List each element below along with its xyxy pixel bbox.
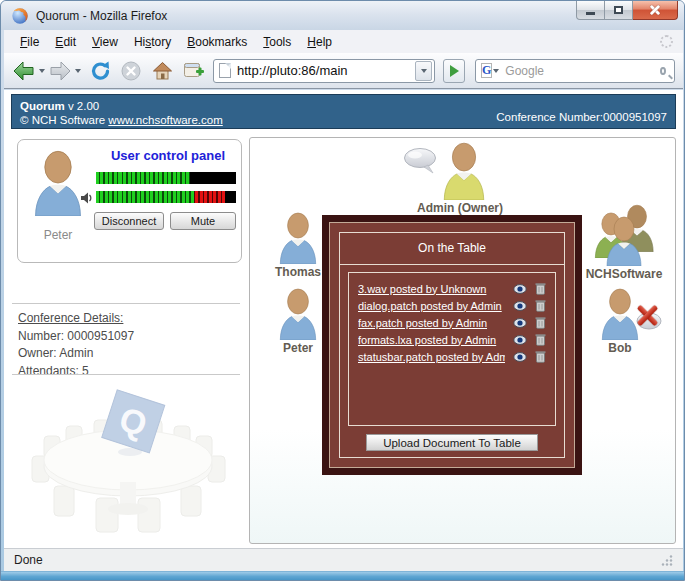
file-row: dialog.patch posted by Admin — [358, 297, 546, 314]
menu-item-help[interactable]: Help — [299, 32, 340, 52]
speaker-icon — [80, 192, 93, 204]
firefox-icon — [11, 7, 29, 25]
panel-title: User control panel — [88, 148, 248, 163]
new-tab-icon — [183, 61, 205, 81]
participant-avatar-admin — [440, 142, 488, 200]
file-link[interactable]: statusbar.patch posted by Admin — [358, 351, 505, 363]
forward-button[interactable] — [48, 60, 72, 82]
conference-details: Conference Details: Number: 0000951097 O… — [18, 310, 134, 380]
delete-icon[interactable] — [535, 316, 546, 329]
close-button[interactable] — [633, 1, 678, 20]
search-bar: G — [475, 59, 675, 83]
menu-item-tools[interactable]: Tools — [255, 32, 299, 52]
home-button[interactable] — [152, 61, 173, 81]
stop-icon — [120, 60, 142, 82]
go-button[interactable] — [443, 59, 465, 83]
forward-arrow-icon — [48, 60, 72, 82]
file-row: formats.lxa posted by Admin — [358, 331, 546, 348]
group-member-icon — [602, 216, 646, 266]
go-arrow-icon — [450, 65, 459, 77]
window-controls — [576, 1, 678, 20]
main-conference-area: Admin (Owner) Thomas Peter — [249, 137, 676, 544]
view-icon[interactable] — [513, 335, 527, 345]
maximize-button[interactable] — [605, 1, 633, 20]
status-bar: Done — [4, 548, 683, 571]
search-icon[interactable] — [660, 67, 666, 75]
back-arrow-icon — [12, 60, 36, 82]
file-list: 3.wav posted by Unknown dialog.patch pos… — [348, 272, 556, 426]
participant-avatar-peter — [276, 288, 320, 340]
website-link[interactable]: www.nchsoftware.com — [108, 114, 222, 126]
menu-bar: File Edit View History Bookmarks Tools H… — [4, 30, 683, 53]
navigation-toolbar: G — [4, 53, 683, 89]
new-tab-button[interactable] — [183, 61, 205, 81]
home-icon — [152, 61, 173, 81]
audio-meter-output — [96, 172, 236, 184]
back-button[interactable] — [12, 60, 36, 82]
table-inner-frame: On the Table 3.wav posted by Unknown dia… — [339, 232, 565, 458]
conference-table-graphic: Q — [26, 378, 231, 540]
participant-label-admin: Admin (Owner) — [390, 201, 530, 215]
menu-item-bookmarks[interactable]: Bookmarks — [179, 32, 255, 52]
resize-grip[interactable] — [661, 554, 673, 566]
address-input[interactable] — [237, 63, 415, 78]
view-icon[interactable] — [513, 318, 527, 328]
audio-meter-input — [96, 191, 236, 203]
mute-button[interactable]: Mute — [170, 212, 236, 230]
view-icon[interactable] — [513, 284, 527, 294]
file-link[interactable]: 3.wav posted by Unknown — [358, 283, 505, 295]
details-owner: Owner: Admin — [18, 345, 134, 363]
menu-item-edit[interactable]: Edit — [47, 32, 84, 52]
participant-label-bob: Bob — [584, 341, 656, 355]
window-frame-bottom — [1, 571, 685, 581]
title-bar[interactable]: Quorum - Mozilla Firefox — [1, 1, 685, 30]
delete-icon[interactable] — [535, 350, 546, 363]
participant-label-nchsoftware: NCHSoftware — [572, 267, 676, 281]
app-version: v 2.00 — [65, 100, 100, 112]
menu-item-view[interactable]: View — [84, 32, 126, 52]
search-engine-icon[interactable]: G — [481, 63, 492, 78]
reload-button[interactable] — [90, 60, 112, 82]
address-dropdown-button[interactable] — [415, 61, 432, 81]
file-link[interactable]: fax.patch posted by Admin — [358, 317, 505, 329]
conference-number: Conference Number:0000951097 — [496, 111, 667, 124]
forward-dropdown-icon[interactable] — [75, 69, 81, 73]
view-icon[interactable] — [513, 301, 527, 311]
minimize-icon — [586, 12, 595, 15]
reload-icon — [90, 60, 112, 82]
upload-document-button[interactable]: Upload Document To Table — [366, 434, 538, 451]
disconnect-button[interactable]: Disconnect — [94, 212, 164, 230]
file-link[interactable]: dialog.patch posted by Admin — [358, 300, 505, 312]
participant-avatar-thomas — [276, 212, 320, 264]
on-the-table-panel: On the Table 3.wav posted by Unknown dia… — [322, 215, 582, 475]
file-row: fax.patch posted by Admin — [358, 314, 546, 331]
page-header: Quorum v 2.00 © NCH Software www.nchsoft… — [11, 94, 676, 129]
participant-avatar-nchsoftware — [592, 204, 656, 264]
user-name: Peter — [22, 228, 94, 242]
user-control-panel: User control panel Disconnect Mute Peter — [17, 139, 242, 263]
delete-icon[interactable] — [535, 333, 546, 346]
user-avatar — [30, 150, 86, 216]
delete-icon[interactable] — [535, 299, 546, 312]
search-engine-dropdown-icon[interactable] — [493, 69, 499, 73]
back-dropdown-icon[interactable] — [39, 69, 45, 73]
minimize-button[interactable] — [576, 1, 605, 20]
chevron-down-icon — [421, 69, 427, 73]
browser-window: Quorum - Mozilla Firefox File Edit View … — [0, 0, 685, 581]
view-icon[interactable] — [513, 352, 527, 362]
table-title: On the Table — [340, 233, 564, 265]
menu-item-history[interactable]: History — [126, 32, 179, 52]
delete-icon[interactable] — [535, 282, 546, 295]
sidebar-divider — [12, 374, 240, 375]
speech-bubble-icon — [402, 146, 440, 176]
sidebar-divider — [12, 303, 240, 304]
copyright-text: © NCH Software — [20, 114, 108, 126]
file-link[interactable]: formats.lxa posted by Admin — [358, 334, 505, 346]
page-icon — [219, 63, 231, 78]
status-text: Done — [14, 553, 43, 567]
menu-item-file[interactable]: File — [12, 32, 47, 52]
stop-button[interactable] — [120, 60, 142, 82]
details-heading: Conference Details: — [18, 310, 134, 328]
file-row: statusbar.patch posted by Admin — [358, 348, 546, 365]
search-input[interactable] — [505, 64, 660, 78]
